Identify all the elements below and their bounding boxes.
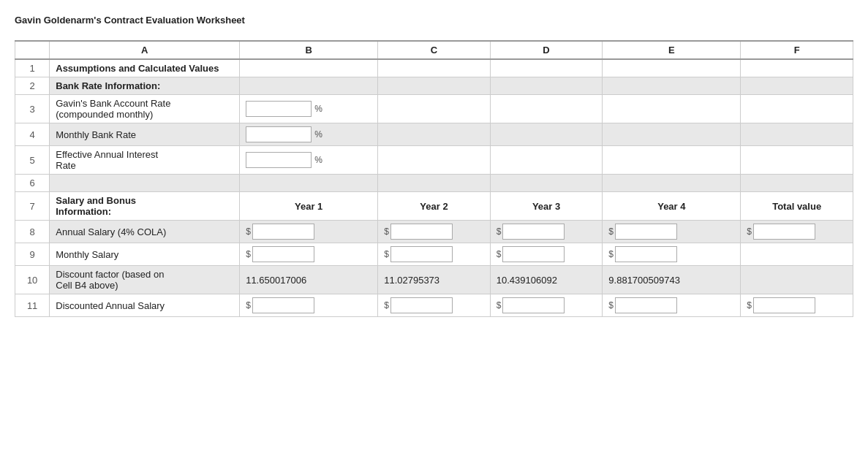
row-8-col-f: $ xyxy=(741,221,853,243)
col-header-f: F xyxy=(741,41,853,59)
row-num-10: 10 xyxy=(15,266,50,294)
row-3-col-d xyxy=(490,95,603,123)
row-8-col-c-dollar-sign: $ xyxy=(384,226,389,237)
col-header-e: E xyxy=(603,41,741,59)
row-5-col-b-suffix: % xyxy=(314,155,322,165)
row-11-col-b-input[interactable] xyxy=(252,297,314,313)
row-6-col-d xyxy=(490,175,603,192)
row-2-col-d xyxy=(490,77,603,95)
col-header-c: C xyxy=(378,41,491,59)
row-num-7: 7 xyxy=(15,192,50,221)
row-5-col-a: Effective Annual InterestRate xyxy=(50,146,240,175)
row-7-col-e: Year 4 xyxy=(603,192,741,221)
row-num-6: 6 xyxy=(15,175,50,192)
row-2-col-f xyxy=(741,77,853,95)
row-11-col-d-dollar-wrapper: $ xyxy=(497,297,597,313)
row-1-col-d xyxy=(490,59,603,77)
row-10-col-e: 9.881700509743 xyxy=(603,266,741,294)
row-5-col-a-line2: Rate xyxy=(56,160,233,171)
row-6-col-f xyxy=(741,175,853,192)
row-9-col-e-dollar-sign: $ xyxy=(608,249,614,259)
col-header-b: B xyxy=(240,41,378,59)
spreadsheet: A B C D E F 1Assumptions and Calculated … xyxy=(15,40,853,317)
row-5-col-b-input-wrapper: % xyxy=(246,152,371,168)
row-5-col-a-line1: Effective Annual Interest xyxy=(56,149,233,160)
row-8-col-b-dollar-wrapper: $ xyxy=(246,224,371,240)
row-3-col-f xyxy=(741,95,853,123)
row-3-col-b-input[interactable] xyxy=(246,101,312,117)
row-9-col-b-dollar-sign: $ xyxy=(246,249,251,259)
row-8-col-f-dollar-wrapper: $ xyxy=(747,224,847,240)
row-8-col-d: $ xyxy=(490,221,603,243)
row-11-col-e-dollar-wrapper: $ xyxy=(608,297,734,313)
row-num-8: 8 xyxy=(15,221,50,243)
row-11-col-b-dollar-sign: $ xyxy=(246,300,251,310)
row-11-col-a: Discounted Annual Salary xyxy=(50,294,240,317)
row-9-col-e-input[interactable] xyxy=(615,246,677,262)
row-10-col-a: Discount factor (based onCell B4 above) xyxy=(50,266,240,294)
row-6-col-a xyxy=(50,175,240,192)
row-8-col-f-input[interactable] xyxy=(753,224,815,240)
row-2-col-a: Bank Rate Information: xyxy=(50,77,240,95)
row-9-col-b-input[interactable] xyxy=(252,246,314,262)
row-1-col-b xyxy=(240,59,378,77)
row-8-col-b-input[interactable] xyxy=(252,224,314,240)
row-11-col-d-dollar-sign: $ xyxy=(497,300,502,310)
row-8-col-c-input[interactable] xyxy=(390,224,453,240)
row-num-5: 5 xyxy=(15,146,50,175)
row-6-col-b xyxy=(240,175,378,192)
row-5-col-b-input[interactable] xyxy=(246,152,312,168)
row-11-col-e-dollar-sign: $ xyxy=(608,300,614,310)
row-5-col-d xyxy=(490,146,603,175)
row-2-col-c xyxy=(378,77,491,95)
row-9-col-b-dollar-wrapper: $ xyxy=(246,246,371,262)
row-4-col-c xyxy=(378,123,491,146)
row-9-col-e: $ xyxy=(603,243,741,266)
row-4-col-b-input[interactable] xyxy=(246,126,312,142)
row-9-col-c-dollar-sign: $ xyxy=(384,249,389,259)
row-10-col-a-line1: Discount factor (based on xyxy=(56,269,233,280)
row-9-col-c-input[interactable] xyxy=(390,246,453,262)
row-11-col-d: $ xyxy=(490,294,603,317)
col-header-a: A xyxy=(50,41,240,59)
row-num-4: 4 xyxy=(15,123,50,146)
row-num-9: 9 xyxy=(15,243,50,266)
row-10-col-d: 10.439106092 xyxy=(490,266,603,294)
row-3-col-b-suffix: % xyxy=(314,104,322,114)
row-4-col-a: Monthly Bank Rate xyxy=(50,123,240,146)
row-8-col-e-dollar-sign: $ xyxy=(608,226,614,237)
row-11-col-b-dollar-wrapper: $ xyxy=(246,297,371,313)
row-num-2: 2 xyxy=(15,77,50,95)
page-title: Gavin Goldenarm's Contract Evaluation Wo… xyxy=(15,15,853,26)
row-8-col-d-input[interactable] xyxy=(502,224,565,240)
row-4-col-e xyxy=(603,123,741,146)
row-11-col-f: $ xyxy=(741,294,853,317)
row-num-3: 3 xyxy=(15,95,50,123)
row-8-col-e-input[interactable] xyxy=(615,224,677,240)
row-11-col-c-dollar-sign: $ xyxy=(384,300,389,310)
row-11-col-c: $ xyxy=(378,294,491,317)
row-3-col-a-line1: Gavin's Bank Account Rate xyxy=(56,98,233,109)
row-11-col-d-input[interactable] xyxy=(502,297,565,313)
row-3-col-b: % xyxy=(240,95,378,123)
row-3-col-a-line2: (compounded monthly) xyxy=(56,109,233,120)
row-3-col-e xyxy=(603,95,741,123)
row-4-col-b-input-wrapper: % xyxy=(246,126,371,142)
row-11-col-c-input[interactable] xyxy=(390,297,453,313)
row-8-col-d-dollar-sign: $ xyxy=(497,226,502,237)
row-11-col-f-dollar-wrapper: $ xyxy=(747,297,847,313)
row-8-col-b: $ xyxy=(240,221,378,243)
row-11-col-f-input[interactable] xyxy=(753,297,815,313)
col-header-d: D xyxy=(490,41,603,59)
row-10-col-a-line2: Cell B4 above) xyxy=(56,280,233,291)
row-11-col-f-dollar-sign: $ xyxy=(747,300,752,310)
row-1-col-a: Assumptions and Calculated Values xyxy=(50,59,240,77)
row-8-col-a: Annual Salary (4% COLA) xyxy=(50,221,240,243)
row-8-col-c-dollar-wrapper: $ xyxy=(384,224,484,240)
row-11-col-e-input[interactable] xyxy=(615,297,677,313)
row-3-col-c xyxy=(378,95,491,123)
row-9-col-d-input[interactable] xyxy=(502,246,565,262)
row-7-col-a-line2: Information: xyxy=(56,206,233,217)
col-header-rownum xyxy=(15,41,50,59)
row-9-col-c-dollar-wrapper: $ xyxy=(384,246,484,262)
